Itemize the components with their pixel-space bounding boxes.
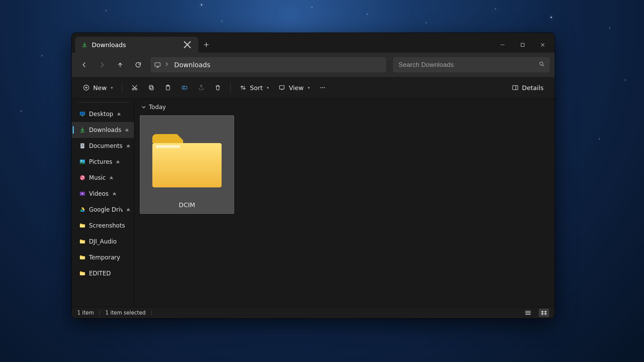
sidebar-item-desktop[interactable]: Desktop	[72, 106, 134, 122]
address-crumb[interactable]: Downloads	[174, 61, 210, 69]
sidebar-item-documents[interactable]: Documents	[72, 138, 134, 154]
svg-rect-17	[80, 112, 85, 115]
sidebar-item-downloads[interactable]: Downloads	[72, 122, 134, 138]
arrow-left-icon	[81, 61, 88, 68]
copy-button[interactable]	[144, 81, 159, 95]
group-header[interactable]: Today	[140, 104, 549, 111]
status-separator	[151, 310, 152, 316]
status-bar: 1 item 1 item selected	[72, 307, 555, 318]
pin-icon	[125, 128, 129, 132]
window-body: DesktopDownloadsDocumentsPicturesMusicVi…	[72, 99, 555, 307]
download-icon	[81, 42, 88, 48]
copy-icon	[148, 84, 155, 91]
back-button[interactable]	[77, 57, 92, 72]
delete-icon	[214, 84, 221, 91]
sidebar-item-screenshots[interactable]: Screenshots	[72, 218, 134, 233]
forward-button[interactable]	[95, 57, 110, 72]
sidebar-item-dji-audio[interactable]: DJI_Audio	[72, 233, 134, 249]
up-button[interactable]	[113, 57, 128, 72]
details-label: Details	[522, 84, 544, 91]
svg-rect-31	[545, 313, 546, 315]
svg-rect-1	[155, 63, 160, 66]
list-icon	[525, 310, 531, 316]
maximize-button[interactable]	[512, 37, 533, 53]
delete-button[interactable]	[210, 81, 225, 95]
share-icon	[198, 84, 205, 91]
maximize-icon	[520, 43, 525, 47]
cut-button[interactable]	[127, 81, 142, 95]
sidebar-item-label: EDITED	[89, 270, 111, 277]
svg-point-14	[324, 87, 325, 88]
sidebar-item-label: Desktop	[89, 111, 113, 117]
toolbar-separator	[122, 82, 122, 93]
sidebar-item-temporary[interactable]: Temporary	[72, 249, 134, 265]
view-button[interactable]: View ▾	[274, 81, 314, 95]
close-icon	[540, 43, 545, 47]
new-tab-button[interactable]	[198, 37, 214, 53]
download-icon	[79, 127, 86, 133]
pin-icon	[126, 208, 131, 212]
folder-name: DCIM	[179, 201, 195, 209]
sidebar-item-label: Downloads	[89, 126, 121, 133]
folder-icon	[79, 238, 86, 245]
sidebar-item-edited[interactable]: EDITED	[72, 265, 134, 281]
view-large-icons-button[interactable]	[539, 309, 549, 317]
sidebar-item-pictures[interactable]: Pictures	[72, 154, 134, 170]
rename-icon	[181, 84, 188, 91]
refresh-button[interactable]	[131, 57, 146, 72]
tab-downloads[interactable]: Downloads	[75, 37, 198, 53]
folder-item-dcim[interactable]: DCIM	[140, 115, 234, 214]
grid-icon	[541, 310, 547, 316]
content-area[interactable]: Today DCIM	[134, 99, 555, 307]
folder-icon	[149, 129, 225, 192]
items-grid: DCIM	[140, 115, 549, 214]
view-details-button[interactable]	[523, 309, 533, 317]
search-input[interactable]	[398, 61, 539, 69]
svg-point-21	[81, 160, 82, 162]
more-button[interactable]	[315, 81, 330, 95]
view-icon	[278, 84, 285, 91]
status-separator	[99, 310, 100, 316]
svg-point-2	[540, 62, 543, 65]
search-box[interactable]	[393, 57, 550, 72]
videos-icon	[79, 191, 86, 197]
chevron-down-icon: ▾	[267, 86, 269, 90]
rename-button[interactable]	[177, 81, 192, 95]
share-button[interactable]	[194, 81, 209, 95]
paste-button[interactable]	[160, 81, 176, 95]
svg-point-22	[80, 175, 85, 180]
sidebar-item-google-drive[interactable]: Google Drive	[72, 202, 134, 218]
file-explorer-window: Downloads	[72, 33, 555, 318]
address-bar[interactable]: Downloads	[151, 57, 386, 72]
tab-close-button[interactable]	[182, 40, 192, 50]
sidebar-item-label: Videos	[89, 190, 109, 197]
ellipsis-icon	[319, 84, 326, 91]
status-item-count: 1 item	[77, 310, 94, 316]
nav-pane[interactable]: DesktopDownloadsDocumentsPicturesMusicVi…	[72, 99, 134, 307]
close-window-button[interactable]	[533, 37, 553, 53]
svg-point-23	[81, 178, 82, 179]
details-pane-button[interactable]: Details	[508, 81, 548, 95]
titlebar: Downloads	[72, 33, 555, 53]
sidebar-item-music[interactable]: Music	[72, 170, 134, 186]
svg-rect-6	[150, 87, 153, 90]
sidebar-item-label: Documents	[89, 142, 123, 149]
sidebar-item-label: Pictures	[89, 158, 112, 165]
gdrive-icon	[79, 206, 86, 213]
arrow-up-icon	[117, 61, 124, 68]
new-label: New	[93, 84, 107, 91]
sidebar-item-label: Music	[89, 174, 106, 181]
sidebar-item-videos[interactable]: Videos	[72, 186, 134, 202]
svg-point-12	[321, 87, 322, 88]
sort-icon	[240, 84, 247, 91]
svg-rect-28	[542, 311, 543, 313]
sort-button[interactable]: Sort ▾	[235, 81, 273, 95]
svg-rect-15	[512, 86, 518, 90]
view-label: View	[289, 84, 304, 91]
cut-icon	[131, 84, 138, 91]
new-button[interactable]: New ▾	[79, 81, 117, 95]
chevron-down-icon: ▾	[111, 86, 113, 90]
svg-rect-0	[521, 43, 524, 46]
minimize-button[interactable]	[492, 37, 512, 53]
chevron-right-icon	[164, 62, 169, 68]
